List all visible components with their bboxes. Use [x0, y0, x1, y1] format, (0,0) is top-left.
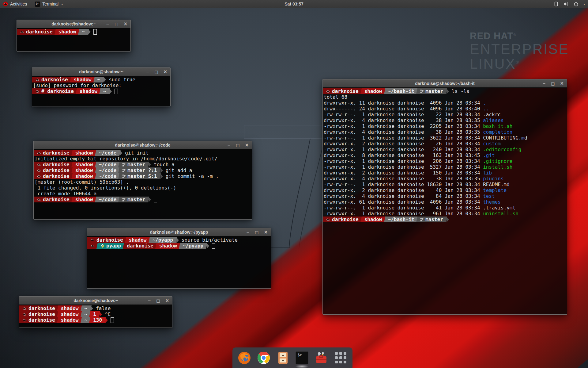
prompt-segment-text: darknoise: [332, 88, 359, 94]
ls-file-name: install.sh: [483, 164, 512, 170]
clock[interactable]: Sat 03:57: [285, 2, 303, 6]
window-titlebar[interactable]: darknoise@shadow:~/bash-it − □ ×: [323, 79, 567, 88]
dock-item-toolbox[interactable]: [314, 351, 329, 365]
maximize-button[interactable]: □: [115, 22, 118, 26]
prompt-segment-text: shadow: [80, 88, 97, 94]
ls-row-details: drwxrwxr-x. 2 darknoise darknoise 40 Jan…: [324, 187, 483, 193]
close-button[interactable]: ×: [165, 299, 169, 303]
close-button[interactable]: ×: [163, 70, 167, 74]
prompt-segment-text: ~/code: [99, 150, 117, 156]
window-titlebar[interactable]: darknoise@shadow:~/code − □ ×: [34, 141, 252, 149]
prompt-segment-text: darknoise: [127, 243, 153, 249]
prompt-segment-host: shadow: [73, 197, 96, 202]
ls-file-name: ..: [483, 106, 489, 112]
terminal-line: darknoiseshadow~/bash-itmasterls -la: [324, 88, 567, 94]
clock-container: Sat 03:57: [0, 2, 588, 6]
close-button[interactable]: ×: [123, 22, 127, 26]
terminal-window-pyapp: darknoise@shadow:~/pyapp − □ × darknoise…: [87, 228, 271, 289]
prompt-segment-path: ~: [101, 88, 109, 94]
prompt-segment-text: darknoise: [43, 167, 70, 173]
maximize-button[interactable]: □: [236, 143, 239, 147]
minimize-button[interactable]: −: [246, 230, 250, 234]
app-menu-terminal[interactable]: $> Terminal ▾: [31, 0, 66, 8]
prompt-segment-text: darknoise: [41, 77, 68, 82]
prompt-segment-user: darknoise: [88, 237, 126, 243]
ls-file-name: bash_it.sh: [483, 123, 512, 129]
close-button[interactable]: ×: [245, 143, 249, 147]
ls-file-name: .editorconfig: [483, 147, 521, 152]
close-button[interactable]: ×: [560, 82, 564, 86]
redhat-icon: [37, 169, 41, 172]
terminal-line: drwxrwxr-x. 61 darknoise darknoise 4096 …: [324, 199, 567, 205]
terminal-content[interactable]: darknoiseshadow~/pyappsource bin/activat…: [87, 236, 271, 288]
terminal-output: total 68: [324, 94, 347, 100]
window-titlebar[interactable]: darknoise@shadow:~/pyapp − □ ×: [87, 228, 271, 236]
terminal-app-icon: $>: [35, 2, 40, 7]
terminal-line: drwxrwxr-x. 8 darknoise darknoise 163 Ja…: [324, 152, 567, 158]
ls-row-details: drwxrwxr-x. 4 darknoise darknoise 38 Jan…: [324, 117, 483, 123]
prompt-segment-text: shadow: [364, 88, 382, 94]
prompt-segment-text: ~/code: [99, 167, 117, 173]
window-titlebar[interactable]: darknoise@shadow:~ − □ ×: [32, 68, 170, 76]
window-titlebar[interactable]: darknoise@shadow:~ − □ ×: [19, 297, 172, 305]
prompt-segment-path: ~: [82, 317, 90, 323]
window-titlebar[interactable]: darknoise@shadow:~ − □ ×: [17, 20, 130, 28]
terminal-line: total 68: [324, 94, 567, 100]
ls-file-name: completion: [483, 129, 512, 135]
prompt-segment-git: master: [120, 197, 148, 202]
toolbox-icon: [315, 351, 328, 365]
dock-item-chrome[interactable]: [256, 351, 271, 365]
system-status-area[interactable]: ▾: [554, 0, 585, 8]
dock-item-files[interactable]: [276, 351, 290, 365]
maximize-button[interactable]: □: [551, 82, 555, 86]
prompt-segment-text: shadow: [75, 167, 93, 173]
prompt-segment-text: ~: [103, 88, 106, 94]
ls-file-name: .: [483, 100, 486, 106]
dock-item-firefox[interactable]: [237, 351, 252, 365]
prompt-segment-text: shadow: [75, 162, 93, 167]
maximize-button[interactable]: □: [156, 299, 160, 303]
prompt-arrow-icon: [149, 197, 151, 202]
activities-button[interactable]: Activities: [0, 0, 31, 8]
terminal-line: -rw-rw-r--. 1 darknoise darknoise 22 Jan…: [324, 112, 567, 117]
terminal-line: drwxrwxr-x. 4 darknoise darknoise 38 Jan…: [324, 117, 567, 123]
minimize-button[interactable]: −: [542, 82, 546, 86]
prompt-segment-venv: pyapp: [98, 243, 123, 249]
minimize-button[interactable]: −: [106, 22, 109, 26]
git-branch-icon: [420, 89, 424, 94]
terminal-content[interactable]: darknoiseshadow~falsedarknoiseshadow~1^C…: [19, 305, 172, 328]
prompt-segment-text: darknoise: [43, 173, 70, 179]
redhat-icon: [20, 30, 24, 33]
dock-item-app-grid[interactable]: [333, 351, 348, 365]
prompt-segment-text: ~: [85, 305, 88, 311]
terminal-line: darknoiseshadow~/codegit init: [35, 150, 252, 156]
terminal-content[interactable]: darknoiseshadow~/codegit initInitialized…: [34, 149, 252, 219]
dock-item-terminal[interactable]: $>: [295, 351, 309, 365]
command-text: git init: [122, 150, 149, 156]
git-branch-icon: [122, 168, 126, 173]
prompt-segment-text: master: [425, 217, 443, 222]
minimize-button[interactable]: −: [227, 143, 231, 147]
close-button[interactable]: ×: [264, 230, 268, 234]
terminal-content[interactable]: darknoiseshadow~/bash-itmasterls -latota…: [323, 87, 567, 314]
maximize-button[interactable]: □: [255, 230, 258, 234]
redhat-icon: [91, 238, 95, 242]
window-title: darknoise@shadow:~: [51, 21, 96, 26]
terminal-content[interactable]: darknoiseshadow~sudo true[sudo] password…: [32, 76, 170, 106]
prompt-segment-text: ~/bash-it: [388, 88, 415, 94]
prompt-segment-host: shadow: [157, 243, 179, 249]
maximize-button[interactable]: □: [154, 70, 158, 74]
terminal-cursor: [93, 29, 97, 35]
terminal-content[interactable]: darknoiseshadow~: [17, 28, 130, 51]
prompt-segment-text: master S:1: [127, 173, 157, 179]
redhat-icon: [91, 244, 95, 247]
minimize-button[interactable]: −: [146, 70, 149, 74]
minimize-button[interactable]: −: [148, 299, 151, 303]
ls-file-name: themes: [483, 199, 501, 205]
prompt-segment-host: shadow: [73, 150, 96, 156]
dock: $>: [232, 347, 352, 368]
terminal-line: darknoiseshadow~130: [20, 317, 172, 323]
prompt-segment-text: darknoise: [28, 317, 55, 323]
command-text: ls -la: [449, 88, 469, 94]
prompt-segment-path: ~/code: [96, 150, 119, 156]
